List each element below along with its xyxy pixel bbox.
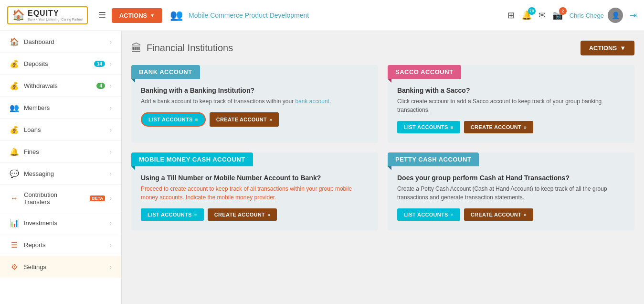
sidebar-item-label: Dashboard xyxy=(24,38,105,45)
home-icon: 🏠 xyxy=(10,37,19,46)
logo[interactable]: 🏠 EQUITY Bank • Your Listening, Caring P… xyxy=(7,6,88,24)
sidebar-item-label: Messaging xyxy=(24,170,105,177)
sacco-account-actions: LIST ACCOUNTS ≡ CREATE ACCOUNT » xyxy=(397,121,625,133)
bank-list-accounts-button[interactable]: LIST ACCOUNTS ≡ xyxy=(141,112,206,127)
bank-account-card: BANK ACCOUNT Banking with a Banking Inst… xyxy=(131,65,378,143)
sidebar-item-reports[interactable]: ☰ Reports › xyxy=(0,234,121,256)
sacco-account-title: Banking with a Sacco? xyxy=(397,87,625,94)
bank-account-actions: LIST ACCOUNTS ≡ CREATE ACCOUNT » xyxy=(141,112,369,127)
chevron-right-icon: › xyxy=(110,39,112,45)
grid-icon[interactable]: ⊞ xyxy=(507,10,515,21)
sacco-list-accounts-button[interactable]: LIST ACCOUNTS ≡ xyxy=(397,121,460,133)
mobile-list-accounts-button[interactable]: LIST ACCOUNTS ≡ xyxy=(141,208,204,221)
user-area[interactable]: Chris Chege 👤 xyxy=(570,8,623,23)
sidebar-item-loans[interactable]: 💰 Loans › xyxy=(0,119,121,141)
brand-name: EQUITY xyxy=(28,9,83,18)
chevron-right-icon: › xyxy=(110,61,112,67)
chevron-right-icon: › xyxy=(110,242,112,249)
fines-icon: 🔔 xyxy=(10,147,19,156)
main-content: 🏛 Financial Institutions ACTIONS ▼ BANK … xyxy=(122,31,644,304)
sidebar-item-label: Fines xyxy=(24,148,105,155)
camera-icon[interactable]: 📷 2 xyxy=(552,10,563,21)
sidebar-item-label: Members xyxy=(24,104,105,111)
avatar: 👤 xyxy=(608,8,623,23)
list-icon: ≡ xyxy=(194,212,197,217)
mobile-money-title: Using a Till Number or Mobile Number Acc… xyxy=(141,174,369,182)
page-header: 🏛 Financial Institutions ACTIONS ▼ xyxy=(131,41,634,55)
petty-cash-desc: Create a Petty Cash Account (Cash at Han… xyxy=(397,185,625,202)
logo-icon: 🏠 xyxy=(12,9,25,22)
mobile-money-desc: Proceed to create account to keep track … xyxy=(141,185,369,202)
notifications-icon[interactable]: 🔔 79 xyxy=(521,10,532,21)
settings-icon: ⚙ xyxy=(10,262,19,271)
sidebar-item-label: Deposits xyxy=(24,60,89,67)
user-name: Chris Chege xyxy=(570,12,604,19)
bank-create-account-button[interactable]: CREATE ACCOUNT » xyxy=(210,112,279,127)
petty-cash-card: PETTY CASH ACCOUNT Does your group perfo… xyxy=(388,152,634,230)
sidebar-item-label: Withdrawals xyxy=(24,82,92,89)
sidebar-item-messaging[interactable]: 💬 Messaging › xyxy=(0,163,121,185)
brand-tagline: Bank • Your Listening, Caring Partner xyxy=(28,18,83,22)
notifications-badge: 79 xyxy=(528,7,536,15)
reports-icon: ☰ xyxy=(10,240,19,250)
arrow-right-icon: » xyxy=(524,212,527,217)
sidebar-item-settings[interactable]: ⚙ Settings › xyxy=(0,256,121,278)
signout-icon[interactable]: ⇥ xyxy=(630,10,637,21)
cards-grid: BANK ACCOUNT Banking with a Banking Inst… xyxy=(131,65,634,230)
sacco-create-account-button[interactable]: CREATE ACCOUNT » xyxy=(464,121,533,133)
sidebar-item-dashboard[interactable]: 🏠 Dashboard › xyxy=(0,31,121,53)
mobile-money-body: Using a Till Number or Mobile Number Acc… xyxy=(131,166,378,230)
sidebar-item-label: Settings xyxy=(24,263,105,271)
bank-account-title: Banking with a Banking Institution? xyxy=(141,87,369,94)
transfers-icon: ↔ xyxy=(10,194,19,203)
hamburger-menu[interactable]: ☰ xyxy=(98,10,106,21)
sidebar-item-deposits[interactable]: 💰 Deposits 14 › xyxy=(0,53,121,75)
main-layout: 🏠 Dashboard › 💰 Deposits 14 › 💰 Withdraw… xyxy=(0,31,644,304)
chevron-right-icon: › xyxy=(110,105,112,111)
sidebar-item-label: Loans xyxy=(24,126,105,133)
sidebar-item-withdrawals[interactable]: 💰 Withdrawals 4 › xyxy=(0,75,121,97)
org-name: Mobile Commerce Product Development xyxy=(189,11,502,19)
nav-icons: ⊞ 🔔 79 ✉ 📷 2 Chris Chege 👤 ⇥ xyxy=(507,8,637,23)
chevron-right-icon: › xyxy=(110,264,112,271)
top-navigation: 🏠 EQUITY Bank • Your Listening, Caring P… xyxy=(0,0,644,31)
investments-icon: 📊 xyxy=(10,218,19,228)
petty-create-account-button[interactable]: CREATE ACCOUNT » xyxy=(464,208,533,221)
chevron-right-icon: › xyxy=(110,171,112,177)
sidebar-item-members[interactable]: 👥 Members › xyxy=(0,97,121,119)
arrow-right-icon: » xyxy=(267,212,270,217)
petty-cash-title: Does your group perform Cash at Hand Tra… xyxy=(397,174,625,182)
loans-icon: 💰 xyxy=(10,125,19,134)
petty-cash-actions: LIST ACCOUNTS ≡ CREATE ACCOUNT » xyxy=(397,208,625,221)
withdrawals-badge: 4 xyxy=(96,83,105,89)
messaging-icon: 💬 xyxy=(10,169,19,178)
arrow-right-icon: » xyxy=(524,125,527,130)
sidebar-item-label: Reports xyxy=(24,241,105,249)
sacco-account-desc: Click create account to add a Sacco acco… xyxy=(397,97,625,114)
list-icon: ≡ xyxy=(451,212,454,217)
mail-icon[interactable]: ✉ xyxy=(538,10,546,21)
sacco-account-header: SACCO ACCOUNT xyxy=(388,65,461,79)
sidebar-item-label: Contribution Transfers xyxy=(24,191,84,206)
sidebar-item-contribution-transfers[interactable]: ↔ Contribution Transfers BETA › xyxy=(0,185,121,212)
mobile-money-card: MOBILE MONEY CASH ACCOUNT Using a Till N… xyxy=(131,152,378,230)
petty-list-accounts-button[interactable]: LIST ACCOUNTS ≡ xyxy=(397,208,460,221)
chevron-down-icon: ▼ xyxy=(620,44,626,52)
actions-button[interactable]: ACTIONS ▼ xyxy=(112,8,162,23)
mobile-money-header: MOBILE MONEY CASH ACCOUNT xyxy=(131,152,253,166)
list-icon: ≡ xyxy=(451,125,454,130)
page-actions-button[interactable]: ACTIONS ▼ xyxy=(581,41,634,55)
arrow-right-icon: » xyxy=(269,117,272,122)
sacco-account-card: SACCO ACCOUNT Banking with a Sacco? Clic… xyxy=(388,65,634,143)
sidebar-item-fines[interactable]: 🔔 Fines › xyxy=(0,141,121,163)
chevron-right-icon: › xyxy=(110,149,112,155)
chevron-down-icon: ▼ xyxy=(150,13,155,18)
chevron-right-icon: › xyxy=(110,83,112,89)
page-title: Financial Institutions xyxy=(147,43,233,54)
petty-cash-body: Does your group perform Cash at Hand Tra… xyxy=(388,166,634,230)
sidebar-item-investments[interactable]: 📊 Investments › xyxy=(0,212,121,234)
mobile-money-actions: LIST ACCOUNTS ≡ CREATE ACCOUNT » xyxy=(141,208,369,221)
sidebar-item-label: Investments xyxy=(24,219,105,227)
deposits-badge: 14 xyxy=(94,61,105,67)
mobile-create-account-button[interactable]: CREATE ACCOUNT » xyxy=(208,208,277,221)
